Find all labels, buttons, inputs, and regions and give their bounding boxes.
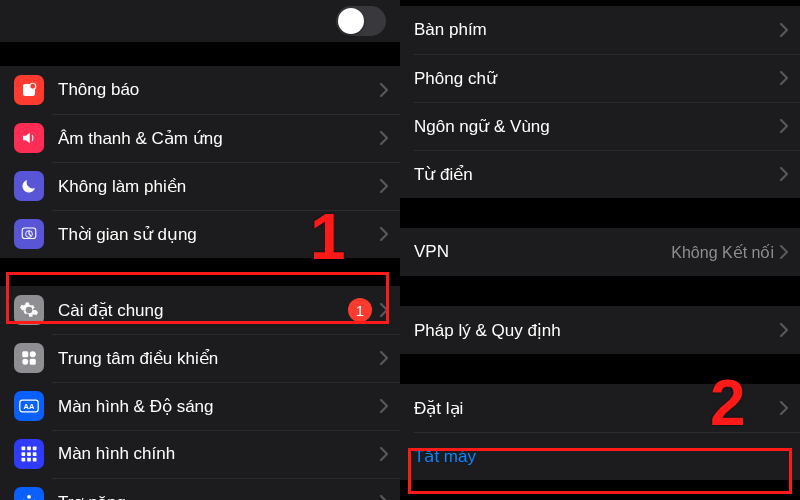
gear-icon [14, 295, 44, 325]
row-keyboard[interactable]: Bàn phím [400, 6, 800, 54]
svg-rect-15 [33, 452, 37, 456]
chevron-right-icon [380, 447, 388, 461]
chevron-right-icon [780, 323, 788, 337]
row-accessibility[interactable]: Trợ năng [0, 478, 400, 500]
svg-point-1 [30, 83, 36, 89]
row-vpn[interactable]: VPN Không Kết nối [400, 228, 800, 276]
row-label: Trợ năng [58, 492, 380, 501]
row-value: Không Kết nối [671, 243, 774, 262]
row-label: Màn hình & Độ sáng [58, 396, 380, 417]
chevron-right-icon [780, 71, 788, 85]
svg-text:AA: AA [24, 402, 35, 411]
sounds-icon [14, 123, 44, 153]
row-label: Thông báo [58, 80, 380, 100]
svg-rect-12 [33, 447, 37, 451]
row-display[interactable]: AA Màn hình & Độ sáng [0, 382, 400, 430]
row-label: Pháp lý & Quy định [414, 320, 780, 341]
svg-rect-13 [22, 452, 26, 456]
chevron-right-icon [380, 399, 388, 413]
chevron-right-icon [380, 179, 388, 193]
row-label: Trung tâm điều khiển [58, 348, 380, 369]
row-fonts[interactable]: Phông chữ [400, 54, 800, 102]
row-label: Đặt lại [414, 398, 780, 419]
chevron-right-icon [380, 83, 388, 97]
chevron-right-icon [780, 23, 788, 37]
svg-rect-14 [27, 452, 31, 456]
chevron-right-icon [780, 119, 788, 133]
display-icon: AA [14, 391, 44, 421]
row-label: Tắt máy [414, 446, 788, 467]
svg-rect-10 [22, 447, 26, 451]
home-screen-icon [14, 439, 44, 469]
row-label: Màn hình chính [58, 444, 380, 464]
row-label: Từ điển [414, 164, 780, 185]
row-screentime[interactable]: Thời gian sử dụng [0, 210, 400, 258]
row-label: Âm thanh & Cảm ứng [58, 128, 380, 149]
row-control-center[interactable]: Trung tâm điều khiển [0, 334, 400, 382]
svg-rect-16 [22, 458, 26, 462]
row-shutdown[interactable]: Tắt máy [400, 432, 800, 480]
row-reset[interactable]: Đặt lại [400, 384, 800, 432]
row-dnd[interactable]: Không làm phiền [0, 162, 400, 210]
row-sounds[interactable]: Âm thanh & Cảm ứng [0, 114, 400, 162]
row-legal[interactable]: Pháp lý & Quy định [400, 306, 800, 354]
general-settings-panel: Bàn phím Phông chữ Ngôn ngữ & Vùng Từ đi… [400, 0, 800, 500]
svg-point-19 [27, 495, 31, 499]
row-label: VPN [414, 242, 671, 262]
svg-rect-6 [22, 359, 28, 365]
row-label: Bàn phím [414, 20, 780, 40]
svg-rect-4 [22, 351, 28, 357]
chevron-right-icon [380, 495, 388, 500]
row-label: Thời gian sử dụng [58, 224, 380, 245]
chevron-right-icon [380, 303, 388, 317]
dnd-icon [14, 171, 44, 201]
chevron-right-icon [380, 351, 388, 365]
screentime-icon [14, 219, 44, 249]
row-notifications[interactable]: Thông báo [0, 66, 400, 114]
svg-rect-5 [30, 351, 36, 357]
unknown-toggle-row [0, 0, 400, 42]
settings-root-panel: Thông báo Âm thanh & Cảm ứng Không làm p… [0, 0, 400, 500]
row-label: Ngôn ngữ & Vùng [414, 116, 780, 137]
chevron-right-icon [380, 131, 388, 145]
svg-rect-17 [27, 458, 31, 462]
row-dictionary[interactable]: Từ điển [400, 150, 800, 198]
chevron-right-icon [780, 167, 788, 181]
control-center-icon [14, 343, 44, 373]
chevron-right-icon [780, 245, 788, 259]
row-home-screen[interactable]: Màn hình chính [0, 430, 400, 478]
toggle-knob [338, 8, 364, 34]
svg-rect-11 [27, 447, 31, 451]
notifications-icon [14, 75, 44, 105]
chevron-right-icon [380, 227, 388, 241]
row-label: Không làm phiền [58, 176, 380, 197]
row-language-region[interactable]: Ngôn ngữ & Vùng [400, 102, 800, 150]
row-general[interactable]: Cài đặt chung 1 [0, 286, 400, 334]
row-label: Phông chữ [414, 68, 780, 89]
svg-rect-18 [33, 458, 37, 462]
accessibility-icon [14, 487, 44, 500]
row-label: Cài đặt chung [58, 300, 348, 321]
svg-rect-7 [30, 359, 36, 365]
toggle-switch[interactable] [336, 6, 386, 36]
notification-badge: 1 [348, 298, 372, 322]
chevron-right-icon [780, 401, 788, 415]
